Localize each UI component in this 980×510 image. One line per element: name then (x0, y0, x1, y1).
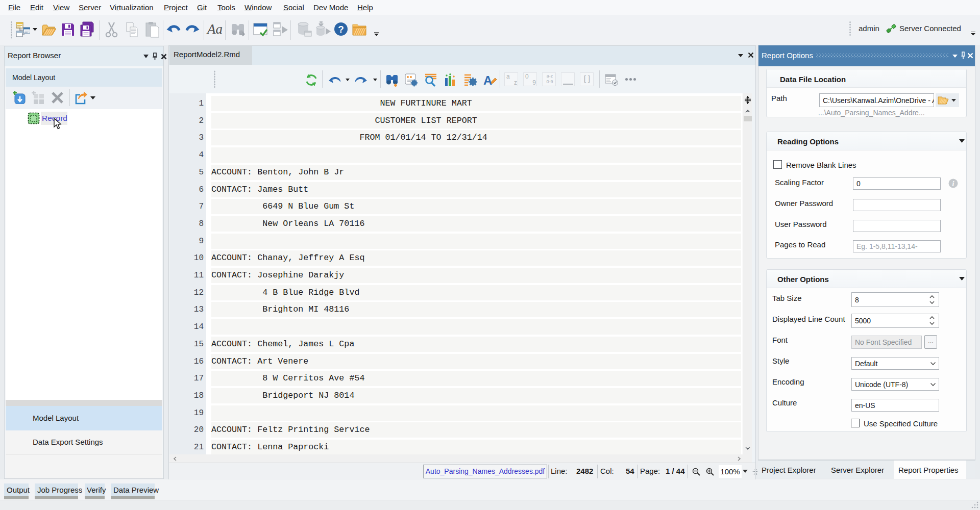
svg-text:i: i (952, 180, 954, 188)
svg-text:A: A (483, 73, 492, 87)
svg-text:?: ? (338, 24, 344, 35)
